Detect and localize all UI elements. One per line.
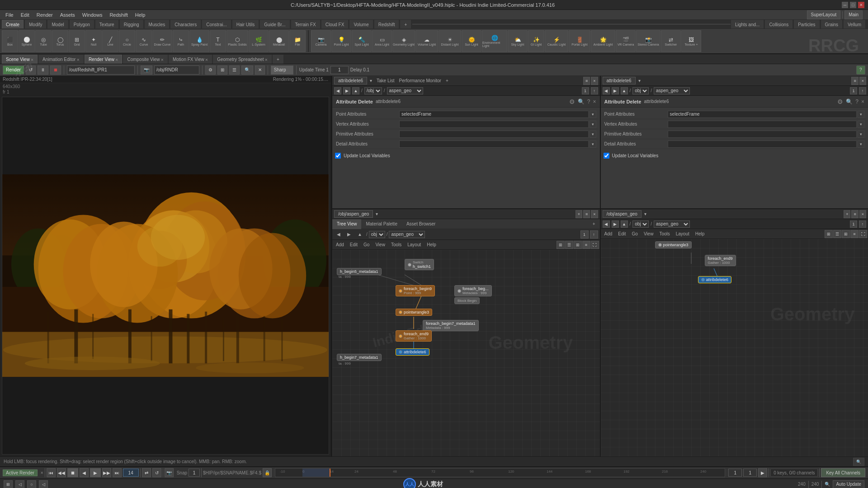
- node-attribdelete6-r[interactable]: attribdelete6: [698, 276, 732, 283]
- node-left-go-btn[interactable]: Go: [361, 241, 372, 249]
- attr-right-geo-select[interactable]: aspen_geo: [654, 87, 690, 94]
- super-layout-btn[interactable]: SuperLayout: [807, 10, 841, 19]
- attr-right-back-btn[interactable]: ◀: [603, 87, 610, 94]
- node-right-expand-btn[interactable]: ⛶: [859, 230, 867, 238]
- shelf-tab-create[interactable]: Create: [2, 20, 24, 29]
- tool-metaball[interactable]: ⬤ Metaball: [269, 30, 289, 52]
- node-right-nav1[interactable]: 1: [850, 221, 857, 228]
- node-left-path-fwd[interactable]: ▶: [344, 230, 354, 239]
- tl-play[interactable]: ▶: [90, 468, 101, 477]
- tool-geo-light[interactable]: ◈ Geometry Light: [392, 30, 415, 52]
- attr-left-x-btn[interactable]: ×: [593, 99, 596, 105]
- node-right-add-pane[interactable]: +: [844, 210, 850, 218]
- point-attr-value-r[interactable]: selectedFrame: [668, 111, 857, 118]
- output-path-input[interactable]: [67, 66, 135, 75]
- camera-btn[interactable]: 📷: [141, 66, 152, 75]
- tool-spot-light[interactable]: 🔦 Spot Light: [352, 30, 372, 52]
- active-render-badge[interactable]: Active Render: [3, 469, 38, 476]
- node-switch[interactable]: Switch h_switch1: [405, 259, 434, 270]
- refresh-btn[interactable]: ↺: [26, 66, 36, 75]
- node-left-view-btn[interactable]: View: [373, 241, 388, 249]
- node-foreach-begin-meta[interactable]: foreach_beg... Metadata : 999: [454, 285, 492, 296]
- node-left-icon-view1[interactable]: ⊞: [557, 241, 565, 249]
- tool-tube[interactable]: ◎ Tube: [35, 30, 52, 52]
- menu-render[interactable]: Render: [33, 10, 57, 20]
- tl-snap-btn[interactable]: 📷: [165, 468, 174, 477]
- attr-panel-right-tab[interactable]: attribdelete6: [603, 77, 636, 84]
- node-left-icon-view4[interactable]: ≡: [582, 241, 590, 249]
- active-render-x[interactable]: ×: [41, 470, 43, 475]
- attr-left-nav1[interactable]: 1: [582, 87, 589, 94]
- prim-attr-dropdown[interactable]: ▾: [590, 131, 596, 138]
- shelf-tab-redshift[interactable]: Redshift: [374, 20, 399, 29]
- tool-null[interactable]: ✦ Null: [85, 30, 102, 52]
- node-left-obj-select[interactable]: obj: [369, 231, 385, 238]
- vertex-attr-dropdown-r[interactable]: ▾: [858, 121, 864, 128]
- shelf-tab-vellum[interactable]: Vellum: [844, 20, 865, 29]
- attr-left-forward-btn[interactable]: ▶: [343, 87, 350, 94]
- status-nav1[interactable]: ⊞: [4, 480, 13, 488]
- tl-step-back[interactable]: ◀◀: [57, 468, 66, 477]
- point-attr-dropdown-r[interactable]: ▾: [858, 111, 864, 118]
- tool-grid[interactable]: ⊞ Grid: [69, 30, 85, 52]
- attr-right-nav-up[interactable]: ↑: [859, 87, 866, 94]
- tab-animation-editor[interactable]: Animation Editor ×: [38, 55, 84, 64]
- shelf-tab-volume[interactable]: Volume: [349, 20, 373, 29]
- node-graph-left[interactable]: Indie Edition Geometry h_begin5_meta: [332, 250, 600, 456]
- node-panel-left-tab2[interactable]: ▾: [374, 211, 380, 216]
- tl-lock-btn[interactable]: 🔒: [263, 468, 272, 477]
- attr-left-back-btn[interactable]: ◀: [334, 87, 341, 94]
- status-nav4[interactable]: ◁: [39, 480, 48, 488]
- node-left-add-btn[interactable]: Add: [333, 241, 347, 249]
- node-right-geo-select[interactable]: aspen_geo: [654, 221, 690, 228]
- attr-right-nav1[interactable]: 1: [850, 87, 857, 94]
- node-h-begin5[interactable]: h_begin5_metadata1: [337, 268, 382, 275]
- tool-lsystem[interactable]: 🌿 L-System: [249, 30, 269, 52]
- point-attr-value[interactable]: selectedFrame: [399, 111, 589, 118]
- tool-sphere[interactable]: ⚪ Sphere: [19, 30, 35, 52]
- tab-motion-fx[interactable]: Motion FX View ×: [169, 55, 212, 64]
- node-left-layout-btn[interactable]: Layout: [405, 241, 424, 249]
- attr-left-up-btn[interactable]: ▲: [352, 87, 359, 94]
- attr-panel-right-tab2[interactable]: ▾: [637, 78, 642, 83]
- render-tools-btn1[interactable]: ⚙: [205, 66, 216, 75]
- tool-gi-light[interactable]: ✨ GI Light: [528, 30, 544, 52]
- shelf-tab-constrain[interactable]: Constrai...: [202, 20, 231, 29]
- prim-attr-dropdown-r[interactable]: ▾: [858, 131, 864, 138]
- attr-panel-left-tab[interactable]: attribdelete6: [334, 77, 367, 84]
- tool-env-light[interactable]: 🌐 Environment Light: [482, 30, 507, 52]
- menu-windows[interactable]: Windows: [79, 10, 106, 20]
- node-pointwrangle3-r[interactable]: pointwrangle3: [655, 241, 692, 249]
- attr-left-search-btn[interactable]: 🔍: [578, 99, 585, 105]
- tool-file[interactable]: 📁 File: [289, 30, 306, 52]
- attr-panel-left-tab2[interactable]: ▾: [368, 78, 374, 83]
- sharp-btn[interactable]: Sharp: [271, 66, 293, 75]
- vertex-attr-value[interactable]: [399, 121, 589, 128]
- main-layout-btn[interactable]: Main: [844, 10, 863, 19]
- node-left-help-btn[interactable]: Help: [424, 241, 439, 249]
- node-left-menu-btn[interactable]: ≡: [583, 210, 590, 218]
- node-right-add-btn[interactable]: Add: [602, 230, 615, 238]
- attr-left-menu-btn[interactable]: ≡: [583, 77, 590, 85]
- node-foreach-end9[interactable]: foreach_end9 Gather : 1000: [396, 330, 432, 342]
- menu-help[interactable]: Help: [132, 10, 149, 20]
- attr-left-obj-select[interactable]: /obj: [364, 87, 382, 94]
- status-search-btn2[interactable]: 🔍: [825, 482, 830, 487]
- tool-texture[interactable]: 🖼 Texture +: [681, 30, 701, 52]
- tl-next-key[interactable]: ⏭: [113, 468, 122, 477]
- key-all-channels-btn[interactable]: Key All Channels: [821, 468, 865, 477]
- tab-add[interactable]: +: [273, 55, 283, 64]
- node-right-icon2[interactable]: ☰: [833, 230, 841, 238]
- tab-composite-view[interactable]: Composite View ×: [123, 55, 168, 64]
- tool-area-light[interactable]: ▭ Area Light: [372, 30, 392, 52]
- tool-solids[interactable]: ⬡ Plastic Solids: [226, 30, 248, 52]
- shelf-tab-lights[interactable]: Lights and...: [731, 20, 764, 29]
- tool-sky-light[interactable]: ⛅ Sky Light: [508, 30, 528, 52]
- tl-loop-mode[interactable]: ↺: [152, 468, 161, 477]
- attr-right-menu-btn[interactable]: ≡: [851, 77, 858, 85]
- node-left-icon-view2[interactable]: ☰: [565, 241, 573, 249]
- node-right-icon3[interactable]: ⊞: [842, 230, 850, 238]
- node-panel-right-tab2[interactable]: ▾: [642, 211, 648, 216]
- tool-spray[interactable]: 💧 Spray Paint: [189, 30, 209, 52]
- shelf-tab-texture[interactable]: Texture: [95, 20, 118, 29]
